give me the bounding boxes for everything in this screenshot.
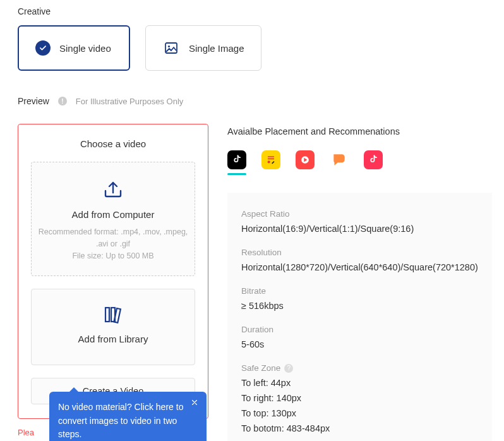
choose-video-panel: Choose a video Add from Computer Recomme… (18, 124, 208, 419)
placement-tiktok-icon[interactable] (227, 150, 246, 169)
add-from-computer-label: Add from Computer (38, 209, 188, 220)
add-from-library-label: Add from Library (38, 334, 188, 344)
duration-value: 5-60s (241, 339, 478, 349)
help-icon[interactable]: ? (284, 364, 293, 373)
safezone-values: To left: 44px To right: 140px To top: 13… (241, 378, 478, 433)
close-icon[interactable] (189, 397, 200, 408)
library-icon (38, 306, 188, 323)
placement-buzzvideo-icon[interactable] (261, 150, 280, 169)
placement-tiktok-lite-icon[interactable] (364, 150, 383, 169)
resolution-value: Horizontal(1280*720)/Vertical(640*640)/S… (241, 262, 478, 272)
option-single-video[interactable]: Single video (18, 25, 130, 71)
svg-rect-2 (105, 308, 109, 322)
size-hint: File size: Up to 500 MB (38, 250, 188, 262)
creative-section-label: Creative (18, 6, 486, 16)
safezone-left: To left: 44px (241, 378, 478, 388)
placement-icons-row (227, 150, 492, 169)
safezone-right: To right: 140px (241, 393, 478, 403)
svg-rect-0 (165, 43, 177, 53)
safezone-label: Safe Zone ? (241, 363, 478, 373)
duration-label: Duration (241, 325, 478, 334)
bitrate-label: Bitrate (241, 286, 478, 296)
svg-point-6 (268, 160, 270, 163)
option-label: Single video (59, 43, 111, 54)
bitrate-value: ≥ 516kbps (241, 301, 478, 311)
placement-title: Avaialbe Placement and Recommenations (227, 126, 492, 136)
preview-header: Preview ! For Illustrative Purposes Only (18, 96, 486, 106)
resolution-label: Resolution (241, 248, 478, 257)
creative-option-row: Single video Single Image (18, 25, 486, 71)
aspect-ratio-value: Horizontal(16:9)/Vertical(1:1)/Square(9:… (241, 224, 478, 234)
placement-active-underline (227, 173, 246, 175)
preview-label: Preview (18, 96, 49, 106)
aspect-ratio-label: Aspect Ratio (241, 209, 478, 219)
tooltip-text: No video material? Click here to convert… (58, 402, 183, 439)
safezone-bottom: To bototm: 483-484px (241, 423, 478, 433)
placement-panel: Avaialbe Placement and Recommenations As… (227, 124, 492, 441)
format-hint: Recommended format: .mp4, .mov, .mpeg, .… (38, 226, 188, 250)
check-icon (35, 40, 51, 56)
choose-video-title: Choose a video (31, 138, 195, 149)
placement-helo-icon[interactable] (330, 150, 349, 169)
option-single-image[interactable]: Single Image (145, 25, 261, 71)
image-icon (162, 39, 180, 57)
spec-list: Aspect Ratio Horizontal(16:9)/Vertical(1… (227, 193, 492, 441)
placement-vigo-icon[interactable] (296, 150, 315, 169)
add-from-computer[interactable]: Add from Computer Recommended format: .m… (31, 162, 195, 276)
option-label: Single Image (189, 43, 244, 54)
upload-icon (38, 180, 188, 199)
illustrative-text: For Illustrative Purposes Only (76, 97, 184, 106)
svg-point-1 (168, 45, 170, 47)
safezone-top: To top: 130px (241, 408, 478, 418)
info-icon: ! (58, 97, 67, 106)
create-video-tooltip: No video material? Click here to convert… (49, 392, 207, 441)
add-from-library[interactable]: Add from Library (31, 289, 195, 365)
